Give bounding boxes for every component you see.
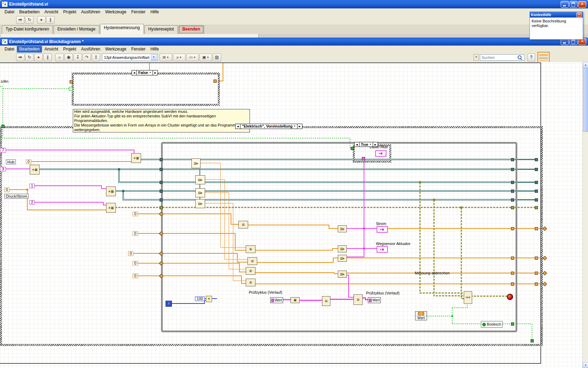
arrow-left-icon[interactable]: ◀ xyxy=(354,142,359,147)
menu-projekt[interactable]: Projekt xyxy=(61,9,78,15)
bundle-node[interactable]: ⊞ xyxy=(246,279,255,286)
initialize-array-node[interactable]: ∗▦ xyxy=(131,153,141,163)
scrollbar-thumb[interactable] xyxy=(583,68,588,132)
front-panel-titlebar[interactable]: Einstellprüfstand.vi × xyxy=(0,0,588,8)
index-array-node[interactable]: ▤▸ xyxy=(195,199,205,208)
wegsensor-indicator-terminal[interactable]: ▸▣ xyxy=(377,246,388,253)
align-objects-dropdown[interactable]: ⊞ ▼ xyxy=(160,54,172,61)
chevron-down-icon[interactable]: ▼ xyxy=(151,54,157,60)
maximize-button[interactable] xyxy=(569,1,578,8)
merge-errors-node[interactable]: ⇉⇉ xyxy=(464,291,472,304)
druck-strom-label[interactable]: Druck/Strom xyxy=(5,194,29,199)
bundle-node[interactable]: ⊞ xyxy=(246,245,255,253)
numeric-constant[interactable]: 7 xyxy=(0,148,6,152)
numeric-constant[interactable]: 0 xyxy=(4,188,9,192)
menu-ansicht[interactable]: Ansicht xyxy=(42,9,61,15)
menu-datei[interactable]: Datei xyxy=(2,46,17,53)
strom-indicator-terminal[interactable]: ▸▣ xyxy=(377,226,388,233)
tab-einstellen[interactable]: Einstellen / Montage xyxy=(54,25,99,34)
step-into-button[interactable]: ↧ xyxy=(74,54,82,61)
hub-label[interactable]: Hub xyxy=(6,159,16,164)
pause-button[interactable]: ∥ xyxy=(46,16,55,24)
array-node[interactable]: ▣ xyxy=(290,297,300,303)
numeric-constant[interactable]: 0 xyxy=(133,261,138,266)
initialize-array-node[interactable]: ∗▦ xyxy=(30,165,40,175)
vi-icon[interactable] xyxy=(538,52,550,63)
run-button[interactable]: ⇨ xyxy=(16,54,24,61)
numeric-constant[interactable]: 100 xyxy=(195,297,205,301)
build-array-node[interactable]: ▥▸ xyxy=(338,271,347,278)
pause-button[interactable]: ∥ xyxy=(43,54,52,61)
menu-ausfuehren[interactable]: Ausführen xyxy=(79,9,103,15)
highlight-execution-button[interactable]: ☼ xyxy=(55,54,64,61)
retain-wire-values-button[interactable]: ◉ xyxy=(64,54,73,61)
distribute-objects-dropdown[interactable]: ≡ ▼ xyxy=(173,54,186,61)
case-selector-true[interactable]: ◀ True▼ ▶ xyxy=(354,142,378,147)
aus-an-label[interactable]: s/An xyxy=(1,79,8,83)
diagram-canvas[interactable]: ◀ False▼ ▶ ◀ "Elektrisch", Voreinstellun… xyxy=(0,62,582,368)
menu-ausfuehren[interactable]: Ausführen xyxy=(79,46,103,53)
close-icon[interactable]: × xyxy=(576,12,582,17)
run-continuous-button[interactable]: ↻ xyxy=(25,16,34,24)
numeric-constant[interactable]: 1 xyxy=(29,184,35,188)
cleanup-diagram-button[interactable]: ▨ xyxy=(213,54,221,61)
arrow-left-icon[interactable]: ◀ xyxy=(235,124,240,129)
messung-abbrechen-label[interactable]: Messung abbrechen xyxy=(415,271,450,275)
case-selector-elektrisch[interactable]: ◀ "Elektrisch", Voreinstellung▼ ▶ xyxy=(235,124,302,129)
stop-terminal[interactable] xyxy=(507,294,513,300)
numeric-constant[interactable]: 0 xyxy=(128,251,133,256)
beenden-button[interactable]: Beenden xyxy=(178,25,204,34)
wert-property-node[interactable]: Wert xyxy=(415,311,427,320)
abort-button[interactable]: ● xyxy=(37,16,46,24)
wert-local-variable[interactable]: Wert xyxy=(270,297,283,303)
menu-bearbeiten[interactable]: Bearbeiten xyxy=(17,46,42,53)
tab-typ-datei[interactable]: Typ-Datei konfigurieren xyxy=(2,25,53,34)
menu-projekt[interactable]: Projekt xyxy=(61,46,78,53)
vertical-scrollbar[interactable]: ▲ ▼ xyxy=(582,62,588,368)
numeric-constant[interactable]: 3 xyxy=(0,167,6,171)
run-button[interactable]: ⇨ xyxy=(16,16,24,24)
build-array-node[interactable]: ▥▸ xyxy=(338,255,347,262)
run-continuous-button[interactable]: ↻ xyxy=(25,54,34,61)
index-array-node[interactable]: ▤▸ xyxy=(191,158,201,168)
search-history-dropdown[interactable]: ▼ xyxy=(474,54,479,61)
menu-fenster[interactable]: Fenster xyxy=(129,46,148,53)
font-selector[interactable]: 13pt Anwendungsschriftart ▼ xyxy=(102,54,158,61)
pruefzyklus-label[interactable]: Prüfzyklus (Verlauf) xyxy=(249,290,282,294)
bundle-node[interactable]: ⊞ xyxy=(238,221,248,229)
initialize-array-node[interactable]: ∗▦ xyxy=(106,203,116,213)
menu-hilfe[interactable]: Hilfe xyxy=(148,9,161,15)
step-over-button[interactable]: ↷ xyxy=(83,54,91,61)
resize-objects-dropdown[interactable]: ▭ ▼ xyxy=(186,54,199,61)
laser-hub-indicator-terminal[interactable]: ▸▣ xyxy=(375,150,386,157)
scroll-up-button[interactable]: ▲ xyxy=(583,62,588,68)
arrow-right-icon[interactable]: ▶ xyxy=(373,142,378,147)
wert-local-variable[interactable]: Wert xyxy=(368,297,381,303)
minimize-button[interactable] xyxy=(561,1,569,8)
pruefzyklus-label[interactable]: Prüfzyklus (Verlauf) xyxy=(366,291,399,295)
add-node[interactable]: + xyxy=(206,296,212,302)
reorder-objects-dropdown[interactable]: ▣ ▼ xyxy=(200,54,212,61)
index-array-node[interactable]: ▤▸ xyxy=(195,188,205,197)
arrow-right-icon[interactable]: ▶ xyxy=(153,70,158,75)
menu-werkzeuge[interactable]: Werkzeuge xyxy=(103,9,128,15)
cluster-node[interactable]: ⊞ xyxy=(354,294,363,305)
menu-ansicht[interactable]: Ansicht xyxy=(42,46,61,53)
step-out-button[interactable]: ↥ xyxy=(92,54,100,61)
diagram-comment[interactable]: Hier wird ausgewählt, welche Hardware an… xyxy=(73,109,250,132)
iteration-terminal[interactable]: i xyxy=(166,301,172,307)
block-diagram-titlebar[interactable]: Einstellprüfstand.vi Blockdiagramm * × xyxy=(0,38,588,46)
numeric-constant[interactable]: 2 xyxy=(29,200,35,205)
bundle-node[interactable]: ⊞ xyxy=(247,257,257,265)
menu-bearbeiten[interactable]: Bearbeiten xyxy=(17,9,42,15)
numeric-constant[interactable]: 0 xyxy=(133,212,138,216)
menu-fenster[interactable]: Fenster xyxy=(129,9,148,15)
numeric-constant[interactable]: 0 xyxy=(133,231,138,236)
numeric-constant[interactable]: 0 xyxy=(133,274,138,278)
numeric-constant[interactable]: 0 xyxy=(26,159,31,164)
menu-hilfe[interactable]: Hilfe xyxy=(148,46,161,53)
tab-hysteresemessung[interactable]: Hysteresemessung xyxy=(100,24,144,34)
cluster-node[interactable]: ⊞ xyxy=(322,296,330,306)
build-array-node[interactable]: ▥▸ xyxy=(338,225,347,232)
help-button[interactable]: ? xyxy=(527,54,535,61)
